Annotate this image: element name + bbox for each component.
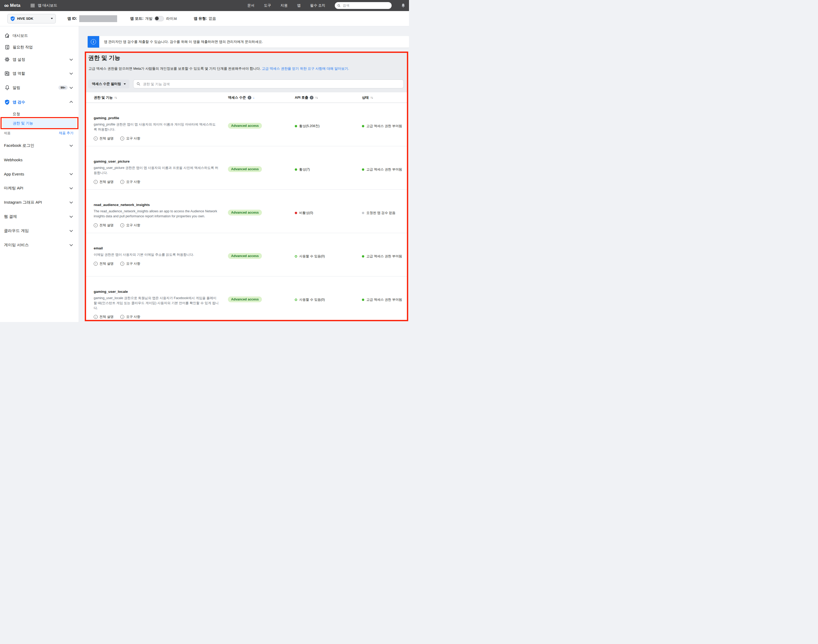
status-dot-red [295, 212, 297, 214]
sidebar: 대시보드 필요한 작업 앱 설정 앱 역할 알림 99+ 앱 검수 [0, 26, 79, 322]
global-search-input[interactable] [342, 3, 389, 8]
sidebar-item-notifications[interactable]: 알림 99+ [0, 81, 79, 95]
app-mode-toggle[interactable] [155, 16, 164, 21]
permissions-search-box[interactable] [133, 80, 404, 88]
home-icon [4, 33, 10, 38]
api-calls-cell: 활성(7) [295, 167, 362, 172]
app-selector-dropdown[interactable]: HIVE SDK [8, 14, 56, 23]
info-icon [120, 315, 124, 319]
sidebar-item-app-settings[interactable]: 앱 설정 [0, 53, 79, 66]
access-level-badge: Advanced access [228, 123, 262, 129]
permissions-search-input[interactable] [143, 82, 400, 86]
info-icon [94, 262, 98, 266]
api-calls-cell: 활성(5.208천) [295, 124, 362, 128]
info-banner: 앱 관리자만 앱 검수를 제출할 수 있습니다. 검수를 위해 이 앱을 제출하… [87, 36, 409, 48]
sidebar-item-required-tasks[interactable]: 필요한 작업 [0, 41, 79, 53]
sidebar-item-label: 필요한 작업 [12, 45, 72, 50]
search-icon [137, 82, 140, 86]
nav-tools[interactable]: 도구 [264, 3, 271, 8]
sidebar-product-marketing-api[interactable]: 마케팅 API [0, 181, 79, 195]
nav-support[interactable]: 지원 [281, 3, 288, 8]
topbar-links: 문서 도구 지원 앱 필수 조치 [247, 2, 409, 9]
nav-required-actions[interactable]: 필수 조치 [310, 3, 325, 8]
nav-apps[interactable]: 앱 [297, 3, 301, 8]
sidebar-product-facebook-login[interactable]: Facebook 로그인 [0, 138, 79, 153]
app-id-label: 앱 ID: [68, 16, 77, 21]
learn-more-link[interactable]: 고급 액세스 권한을 얻기 위한 요구 사항에 대해 알아보기. [262, 67, 349, 71]
requirements-link[interactable]: 요구 사항 [120, 223, 140, 228]
full-description-link[interactable]: 전체 설명 [94, 136, 114, 141]
full-description-link[interactable]: 전체 설명 [94, 314, 114, 319]
table-row: email 이메일 권한은 앱이 사용자의 기본 이메일 주소를 읽도록 허용합… [86, 233, 407, 276]
global-search-box[interactable] [335, 2, 391, 9]
sidebar-item-app-review[interactable]: 앱 검수 [0, 95, 79, 109]
gear-icon [4, 57, 10, 62]
sidebar-item-dashboard[interactable]: 대시보드 [0, 29, 79, 41]
access-level-badge: Advanced access [228, 296, 262, 302]
sidebar-product-instagram-graph-api[interactable]: Instagram 그래프 API [0, 195, 79, 209]
full-description-link[interactable]: 전체 설명 [94, 223, 114, 228]
shield-check-icon [4, 100, 10, 105]
sidebar-product-app-events[interactable]: App Events [0, 167, 79, 181]
requirements-link[interactable]: 요구 사항 [120, 136, 140, 141]
notification-bell-icon[interactable] [401, 3, 405, 8]
full-description-link[interactable]: 전체 설명 [94, 180, 114, 184]
top-navigation-bar: ∞ Meta 앱 대시보드 문서 도구 지원 앱 필수 조치 [0, 0, 409, 11]
sidebar-product-gaming-services[interactable]: 게이밍 서비스 [0, 238, 79, 252]
requirements-link[interactable]: 요구 사항 [120, 180, 140, 184]
status-cell: 고급 액세스 권한 부여됨 [362, 254, 407, 259]
sidebar-subitem-label: 요청 [12, 112, 20, 117]
table-row: gaming_user_locale gaming_user_locale 권한… [86, 276, 407, 320]
status-cell: 고급 액세스 권한 부여됨 [362, 124, 407, 128]
meta-brand-name: Meta [10, 3, 20, 8]
product-label: Facebook 로그인 [4, 143, 34, 148]
full-description-link[interactable]: 전체 설명 [94, 262, 114, 266]
permission-description: gaming_user_locale 권한으로 회원님의 앱은 사용자가 Fac… [94, 296, 219, 310]
access-level-badge: Advanced access [228, 253, 262, 259]
app-dashboard-title: 앱 대시보드 [38, 3, 57, 8]
api-calls-cell: 사용할 수 있음(0) [295, 254, 362, 259]
status-dot-gray [362, 212, 364, 214]
requirements-link[interactable]: 요구 사항 [120, 262, 140, 266]
chevron-down-icon [69, 243, 73, 246]
info-icon [94, 315, 98, 319]
status-cell: 고급 액세스 권한 부여됨 [362, 297, 407, 302]
chevron-up-icon [69, 101, 73, 104]
sidebar-subitem-permissions-features[interactable]: 권한 및 기능 [2, 119, 77, 128]
bell-icon [4, 85, 10, 90]
app-mode-live-label: 라이브 [166, 16, 177, 21]
header-permission[interactable]: 권한 및 기능 ↑↓ [94, 95, 228, 100]
sort-icon: ↑↓ [315, 96, 318, 100]
sidebar-item-label: 앱 역할 [12, 71, 68, 76]
tasks-icon [4, 45, 10, 50]
info-icon[interactable] [248, 96, 251, 100]
status-dot-green [362, 255, 364, 258]
sidebar-product-web-payments[interactable]: 웹 결제 [0, 209, 79, 224]
chevron-down-icon [69, 71, 73, 75]
nav-docs[interactable]: 문서 [247, 3, 255, 8]
access-level-filter-button[interactable]: 액세스 수준 필터링 [88, 80, 129, 88]
header-access-level[interactable]: 액세스 수준 ↓ [228, 95, 295, 100]
products-label: 제품 [4, 131, 11, 135]
meta-logo[interactable]: ∞ Meta [4, 2, 20, 9]
product-label: Webhooks [4, 158, 23, 162]
sidebar-item-label: 알림 [12, 85, 56, 90]
sidebar-item-app-roles[interactable]: 앱 역할 [0, 66, 79, 81]
sidebar-product-cloud-gaming[interactable]: 클라우드 게임 [0, 224, 79, 238]
search-icon [338, 4, 341, 8]
chevron-down-icon [69, 228, 73, 232]
hamburger-menu-icon[interactable] [31, 4, 35, 7]
permission-description: The read_audience_network_insights allow… [94, 209, 219, 219]
info-icon[interactable] [310, 96, 313, 100]
product-label: App Events [4, 172, 24, 176]
info-icon [120, 223, 124, 227]
product-label: 클라우드 게임 [4, 228, 29, 233]
add-product-link[interactable]: 제품 추가 [59, 131, 74, 135]
sidebar-product-webhooks[interactable]: Webhooks [0, 153, 79, 167]
header-api-calls[interactable]: API 호출 ↑↓ [295, 95, 362, 100]
table-row: read_audience_network_insights The read_… [86, 190, 407, 233]
chevron-down-icon [69, 215, 73, 218]
sidebar-subitem-requests[interactable]: 요청 [0, 109, 79, 119]
header-status[interactable]: 상태 ↑↓ [362, 95, 407, 100]
requirements-link[interactable]: 요구 사항 [120, 314, 140, 319]
